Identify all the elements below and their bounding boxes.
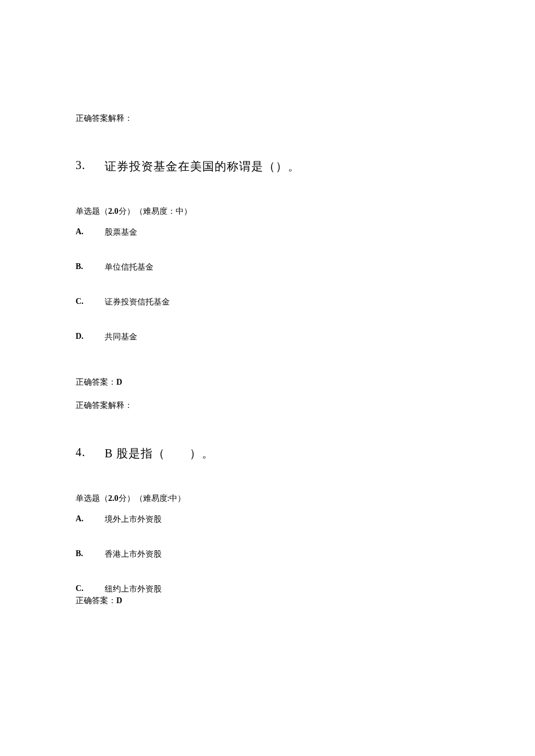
- q3-title: 3. 证券投资基金在美国的称谓是（）。: [76, 159, 459, 174]
- document-content: 正确答案解释： 3. 证券投资基金在美国的称谓是（）。 单选题（2.0分）（难易…: [0, 0, 535, 606]
- q3-meta: 单选题（2.0分）（难易度：中）: [76, 206, 459, 217]
- q3-meta-score: 2.0: [108, 207, 119, 216]
- q3-option-d: D. 共同基金: [76, 332, 459, 342]
- q3-explanation-label: 正确答案解释：: [76, 400, 459, 411]
- option-text: 单位信托基金: [105, 262, 154, 273]
- option-text: 共同基金: [105, 332, 137, 342]
- q3-correct-answer: 正确答案：D: [76, 377, 459, 388]
- q3-option-b: B. 单位信托基金: [76, 262, 459, 273]
- q4-option-c: C. 纽约上市外资股: [76, 584, 459, 594]
- option-text: 境外上市外资股: [105, 514, 162, 525]
- correct-label: 正确答案：: [76, 596, 116, 605]
- option-text: 证券投资信托基金: [105, 297, 170, 307]
- option-text: 香港上市外资股: [105, 549, 162, 560]
- option-text: 纽约上市外资股: [105, 584, 162, 594]
- correct-value: D: [116, 378, 122, 386]
- q4-title: 4. B 股是指（ ）。: [76, 446, 459, 461]
- q4-correct-answer: 正确答案：D: [76, 596, 459, 606]
- option-letter: D.: [76, 332, 105, 342]
- correct-label: 正确答案：: [76, 378, 116, 386]
- option-letter: B.: [76, 262, 105, 273]
- q4-meta: 单选题（2.0分）（难易度:中）: [76, 493, 459, 504]
- q4-option-a: A. 境外上市外资股: [76, 514, 459, 525]
- q4-number: 4.: [76, 446, 105, 461]
- q3-answer-section: 正确答案：D 正确答案解释：: [76, 377, 459, 411]
- q3-number: 3.: [76, 159, 105, 174]
- q4-meta-score: 2.0: [108, 494, 119, 503]
- q2-explanation-label: 正确答案解释：: [76, 113, 459, 124]
- option-text: 股票基金: [105, 227, 137, 238]
- option-letter: A.: [76, 514, 105, 525]
- option-letter: A.: [76, 227, 105, 238]
- option-letter: B.: [76, 549, 105, 560]
- q3-meta-prefix: 单选题（: [76, 207, 108, 216]
- q4-meta-suffix: 分）（难易度:中）: [119, 494, 186, 503]
- q4-option-b: B. 香港上市外资股: [76, 549, 459, 560]
- q3-meta-suffix: 分）（难易度：中）: [119, 207, 192, 216]
- correct-value: D: [116, 596, 122, 605]
- q4-meta-prefix: 单选题（: [76, 494, 108, 503]
- option-letter: C.: [76, 297, 105, 307]
- q4-text: B 股是指（ ）。: [105, 446, 214, 461]
- q3-option-c: C. 证券投资信托基金: [76, 297, 459, 307]
- option-letter: C.: [76, 584, 105, 594]
- q3-option-a: A. 股票基金: [76, 227, 459, 238]
- q3-text: 证券投资基金在美国的称谓是（）。: [105, 159, 300, 174]
